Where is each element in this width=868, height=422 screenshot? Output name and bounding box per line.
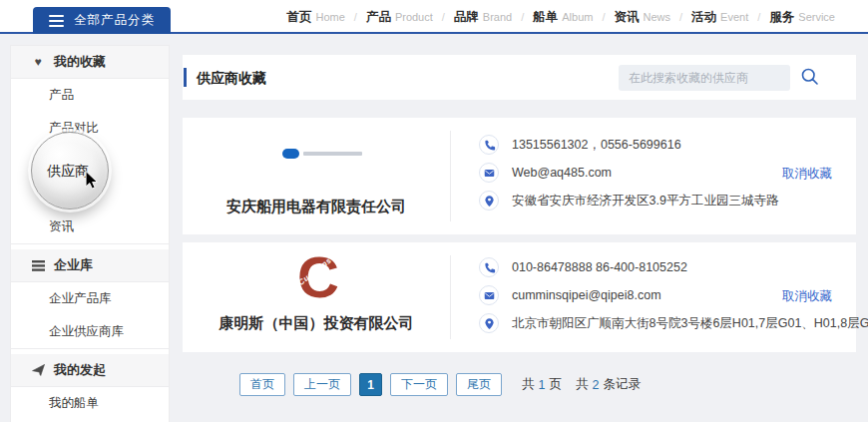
nav-separator: / (442, 11, 445, 23)
unfavorite-link[interactable]: 取消收藏 (782, 166, 832, 183)
pagination-prev-button[interactable]: 上一页 (293, 373, 351, 396)
mail-icon (479, 163, 499, 183)
supplier-name: 康明斯（中国）投资有限公司 (183, 314, 450, 333)
nav-item-brand[interactable]: 品牌 Brand (454, 9, 512, 26)
nav-item-service[interactable]: 服务 Service (769, 9, 835, 26)
nav-item-home[interactable]: 首页 Home (286, 9, 344, 26)
supplier-phone: 010-86478888 86-400-8105252 (512, 260, 687, 274)
catalog-button-label: 全部产品分类 (74, 12, 155, 29)
anqing-company-logo (282, 148, 362, 160)
sidebar-section-my-initiated[interactable]: 我的发起 (11, 354, 169, 387)
supplier-details: 13515561302，0556-5699616 Web@aq485.com 安… (479, 135, 778, 211)
card-divider (450, 255, 451, 339)
pagination-next-button[interactable]: 下一页 (390, 373, 448, 396)
nav-separator: / (679, 11, 682, 23)
pagination: 首页 上一页 1 下一页 尾页 共 1 页 共 2 条记录 (239, 373, 641, 396)
pagination-summary: 共 1 页 共 2 条记录 (522, 376, 641, 393)
phone-icon (479, 257, 499, 277)
title-accent-bar (184, 68, 187, 87)
nav-separator: / (521, 11, 524, 23)
lens-label: 供应商 (47, 163, 89, 181)
mail-icon (479, 285, 499, 305)
card-divider (450, 131, 451, 221)
supplier-card: 安庆船用电器有限责任公司 13515561302，0556-5699616 We… (183, 118, 856, 234)
supplier-address: 北京市朝阳区广顺南大街8号院3号楼6层H01,7层G01、H01,8层G01、H… (512, 315, 868, 332)
nav-item-event[interactable]: 活动 Event (691, 9, 748, 26)
supplier-address: 安徽省安庆市经济开发区3.9平方工业园三城寺路 (512, 193, 778, 210)
paper-plane-icon (31, 364, 45, 376)
nav-separator: / (757, 11, 760, 23)
location-pin-icon (479, 313, 499, 333)
pagination-page-1-button[interactable]: 1 (359, 373, 382, 396)
nav-item-news[interactable]: 资讯 News (615, 9, 671, 26)
total-records-count: 2 (592, 378, 599, 392)
search-input[interactable] (619, 65, 790, 91)
magnifier-highlight-overlay[interactable]: 供应商 (31, 132, 109, 210)
sidebar-item-news[interactable]: 资讯 (11, 211, 169, 243)
app-window: 全部产品分类 首页 Home / 产品 Product / 品牌 Brand /… (0, 0, 868, 422)
pagination-last-button[interactable]: 尾页 (456, 373, 502, 396)
all-categories-button[interactable]: 全部产品分类 (33, 7, 171, 34)
phone-row: 13515561302，0556-5699616 (479, 135, 778, 155)
supplier-email: Web@aq485.com (512, 166, 612, 180)
total-pages-count: 1 (539, 378, 546, 392)
unfavorite-link[interactable]: 取消收藏 (782, 288, 832, 305)
location-pin-icon (479, 191, 499, 211)
supplier-name: 安庆船用电器有限责任公司 (183, 198, 450, 216)
nav-item-product[interactable]: 产品 Product (366, 9, 433, 26)
sidebar-item-enterprise-suppliers[interactable]: 企业供应商库 (11, 315, 169, 348)
sidebar-section-my-favorites[interactable]: ♥ 我的收藏 (11, 46, 169, 79)
supplier-card: C Cummins 康明斯（中国）投资有限公司 010-86478888 86-… (183, 242, 856, 352)
nav-separator: / (602, 11, 605, 23)
supplier-phone: 13515561302，0556-5699616 (512, 137, 681, 154)
sidebar-section-enterprise-library[interactable]: 企业库 (11, 249, 169, 282)
content-header: 供应商收藏 (183, 55, 856, 100)
sidebar-item-products[interactable]: 产品 (11, 79, 169, 112)
sidebar-item-my-albums[interactable]: 我的船单 (11, 387, 169, 420)
sidebar: ♥ 我的收藏 产品 产品对比 供应商 船单 资讯 企业库 企业产品库 企业供应商… (10, 45, 170, 422)
heart-icon: ♥ (31, 55, 45, 69)
supplier-email: cumminsqipei@qipei8.com (512, 288, 661, 302)
nav-separator: / (354, 11, 357, 23)
top-nav: 首页 Home / 产品 Product / 品牌 Brand / 船单 Alb… (286, 0, 835, 34)
anqing-logo-text-line (303, 152, 362, 156)
library-icon (31, 260, 45, 271)
page-title: 供应商收藏 (197, 70, 266, 88)
phone-icon (479, 135, 499, 155)
address-row: 北京市朝阳区广顺南大街8号院3号楼6层H01,7层G01、H01,8层G01、H… (479, 313, 868, 333)
search-icon[interactable] (799, 67, 821, 89)
top-header: 全部产品分类 首页 Home / 产品 Product / 品牌 Brand /… (0, 0, 868, 34)
phone-row: 010-86478888 86-400-8105252 (479, 257, 868, 277)
anqing-logo-mark (282, 149, 299, 159)
address-row: 安徽省安庆市经济开发区3.9平方工业园三城寺路 (479, 191, 778, 211)
sidebar-item-enterprise-products[interactable]: 企业产品库 (11, 282, 169, 315)
cummins-logo: C Cummins (297, 255, 349, 307)
mouse-cursor-icon (84, 171, 100, 194)
email-row: Web@aq485.com (479, 163, 778, 183)
hamburger-icon (49, 15, 64, 27)
nav-item-album[interactable]: 船单 Album (533, 9, 593, 26)
pagination-first-button[interactable]: 首页 (239, 373, 285, 396)
